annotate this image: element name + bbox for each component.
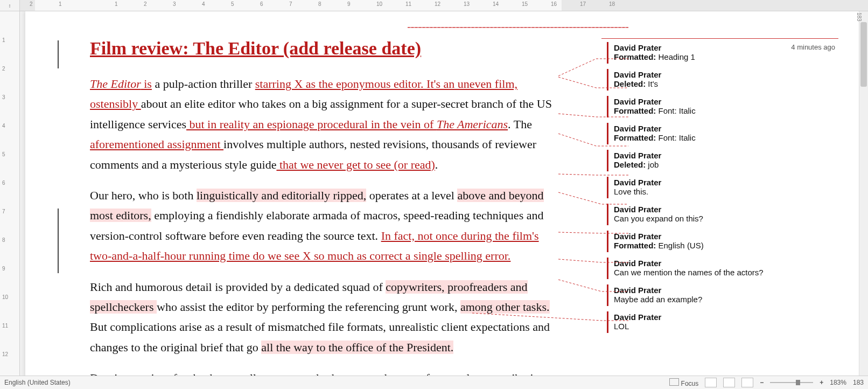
- body-text: Rich and humorous detail is provided by …: [90, 280, 386, 294]
- comment-item[interactable]: David PraterMaybe add an example?: [607, 284, 838, 306]
- body-text: Our hero, who is both: [90, 189, 197, 202]
- comment-author: David Prater: [614, 70, 834, 79]
- ruler-tick-label: 11: [2, 323, 8, 329]
- revision-formatted[interactable]: David PraterFormatted: Font: Italic: [607, 96, 838, 117]
- comment-author: David Prater: [614, 232, 834, 241]
- revision-deleted[interactable]: David PraterDeleted: job: [607, 150, 838, 171]
- revision-label: Deleted:: [614, 160, 646, 169]
- scrollbar-thumb[interactable]: [860, 22, 867, 87]
- ruler-tick-label: 12: [435, 1, 440, 7]
- inserted-text: The Editor: [90, 77, 141, 91]
- body-text: operates at a level: [366, 189, 457, 202]
- ruler-tick-label: 1: [59, 1, 62, 7]
- inserted-text: that we never get to see (or read): [276, 158, 435, 171]
- ruler-tick-label: 2: [144, 1, 147, 7]
- body-text: who assist the editor by performing the …: [157, 300, 460, 314]
- language-indicator[interactable]: English (United States): [4, 379, 71, 386]
- document-body: Film review: The Editor (add release dat…: [25, 38, 607, 376]
- comment-item[interactable]: David PraterLOL: [607, 311, 838, 333]
- ruler-tick-label: 5: [2, 151, 5, 157]
- ruler-tick-label: 4: [202, 1, 205, 7]
- paragraph[interactable]: Rich and humorous detail is provided by …: [90, 277, 558, 358]
- zoom-in-button[interactable]: +: [820, 379, 823, 386]
- revision-value: Font: Italic: [656, 106, 695, 115]
- ruler-tick-label: 13: [464, 1, 470, 7]
- ruler-tick-label: 10: [376, 1, 382, 7]
- focus-mode-button[interactable]: Focus: [669, 378, 698, 387]
- highlighted-text: linguistically and editorially ripped,: [197, 189, 366, 202]
- comment-item[interactable]: David PraterLove this.: [607, 177, 838, 198]
- scroll-label: 183: [856, 12, 862, 22]
- ruler-tick-label: 7: [2, 209, 5, 214]
- comment-time: 4 minutes ago: [791, 43, 835, 51]
- comment-item[interactable]: David PraterCan we mention the names of …: [607, 258, 838, 279]
- zoom-slider[interactable]: [770, 382, 813, 383]
- vertical-ruler[interactable]: 123456789101112: [0, 11, 20, 376]
- ruler-tick-label: 9: [347, 1, 351, 7]
- comment-item[interactable]: David PraterCan you expand on this?: [607, 204, 838, 225]
- inserted-text: aforementioned assignment: [90, 137, 223, 151]
- comment-author: David Prater: [614, 205, 834, 214]
- revision-value: Font: Italic: [656, 133, 695, 142]
- ruler-corner: ↕: [0, 0, 20, 11]
- horizontal-ruler[interactable]: ↕ 21123456789101112131415161718: [0, 0, 868, 11]
- zoom-level-secondary: 183: [853, 379, 864, 386]
- ruler-tick-label: 3: [173, 1, 176, 7]
- zoom-slider-thumb[interactable]: [796, 380, 800, 385]
- ruler-tick-label: 8: [318, 1, 321, 7]
- revision-value: Heading 1: [656, 52, 695, 61]
- comment-author: David Prater: [614, 286, 834, 295]
- document-page: Film review: The Editor (add release dat…: [25, 11, 859, 376]
- read-mode-button[interactable]: [705, 378, 717, 387]
- vertical-scrollbar[interactable]: 183: [859, 11, 868, 376]
- paragraph[interactable]: Despite a series of setbacks as well as …: [90, 368, 558, 376]
- inserted-text: but in reality an espionage procedural i…: [186, 117, 437, 131]
- comment-author: David Prater: [614, 178, 834, 187]
- zoom-level[interactable]: 183%: [830, 379, 846, 386]
- comment-author: David Prater: [614, 259, 834, 268]
- revision-label: Formatted:: [614, 133, 656, 142]
- comment-author: David Prater: [614, 312, 834, 322]
- web-layout-button[interactable]: [741, 378, 753, 387]
- comment-text: Can you expand on this?: [614, 214, 834, 223]
- body-text: . The: [508, 117, 532, 131]
- ruler-tick-label: 1: [115, 1, 118, 7]
- ruler-tick-label: 2: [2, 66, 5, 72]
- ruler-tick-label: 15: [522, 1, 528, 7]
- document-heading[interactable]: Film review: The Editor (add release dat…: [90, 38, 558, 59]
- zoom-out-button[interactable]: −: [760, 379, 764, 386]
- ruler-tick-label: 12: [2, 351, 8, 357]
- ruler-tick-label: 17: [580, 1, 586, 7]
- revision-label: Formatted:: [614, 52, 656, 61]
- revision-formatted[interactable]: David PraterFormatted: Font: Italic: [607, 123, 838, 144]
- ruler-tick-label: 7: [289, 1, 292, 7]
- comment-author: David Prater: [614, 151, 834, 160]
- ruler-tick-label: 9: [2, 266, 5, 272]
- revision-deleted[interactable]: David PraterDeleted: It's: [607, 69, 838, 91]
- body-text: a pulp-action thriller: [152, 77, 255, 91]
- paragraph[interactable]: Our hero, who is both linguistically and…: [90, 185, 558, 266]
- ruler-tick-label: 5: [231, 1, 234, 7]
- revision-label: Formatted:: [614, 241, 656, 250]
- paragraph[interactable]: The Editor is a pulp-action thriller sta…: [90, 74, 558, 175]
- revision-formatted[interactable]: David Prater4 minutes agoFormatted: Head…: [607, 42, 838, 64]
- print-layout-button[interactable]: [723, 378, 735, 387]
- body-text: Despite a series of setbacks as well as …: [90, 371, 545, 376]
- comment-author: David Prater: [614, 124, 834, 133]
- revisions-pane: David Prater4 minutes agoFormatted: Head…: [607, 38, 855, 376]
- highlighted-text: among other tasks.: [460, 300, 550, 314]
- comment-text: Can we mention the names of the actors?: [614, 268, 834, 277]
- revision-bar: [58, 209, 59, 273]
- revision-value: English (US): [656, 241, 703, 250]
- inserted-text: is: [141, 77, 152, 91]
- highlighted-text: all the way to the office of the Preside…: [261, 341, 453, 354]
- revision-value: job: [646, 160, 659, 169]
- revision-formatted[interactable]: David PraterFormatted: English (US): [607, 231, 838, 252]
- body-text: .: [435, 158, 438, 171]
- ruler-tick-label: 16: [551, 1, 557, 7]
- document-scroll-area[interactable]: Film review: The Editor (add release dat…: [20, 11, 859, 376]
- revision-label: Deleted:: [614, 79, 646, 88]
- ruler-tick-label: 1: [2, 37, 5, 43]
- ruler-tick-label: 8: [2, 237, 5, 243]
- ruler-tick-label: 6: [260, 1, 263, 7]
